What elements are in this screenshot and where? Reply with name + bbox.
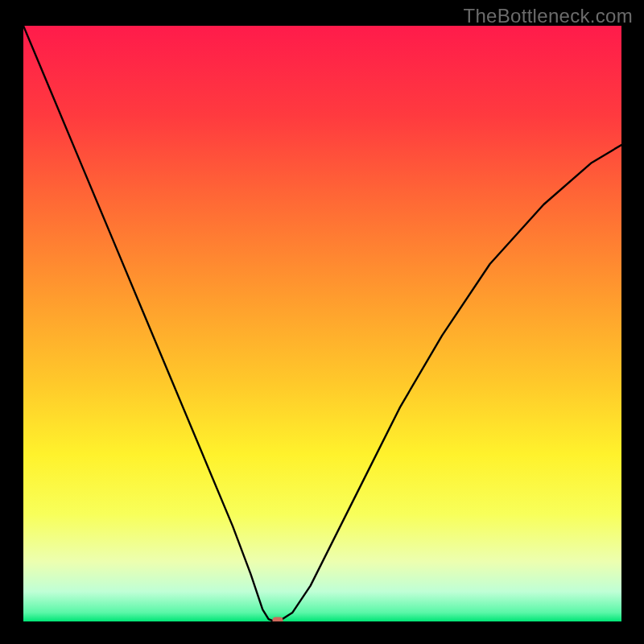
watermark-text: TheBottleneck.com [463,5,633,27]
chart-svg [23,26,621,621]
gradient-background [23,26,621,621]
minimum-marker-icon [272,617,283,622]
plot-area [23,26,621,621]
chart-frame: TheBottleneck.com [0,0,644,644]
